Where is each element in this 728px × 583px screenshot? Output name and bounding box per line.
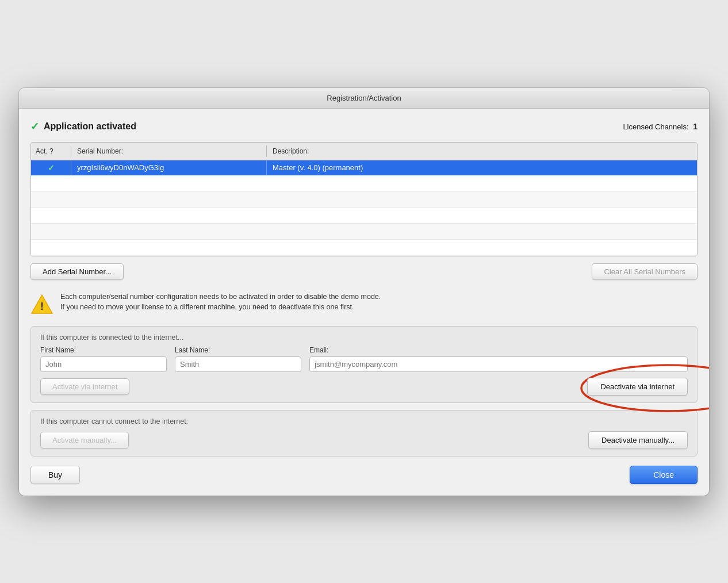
offline-actions: Activate manually... Deactivate manually… <box>40 431 688 449</box>
warning-box: ! Each computer/serial number configurat… <box>30 289 698 318</box>
window-title: Registration/Activation <box>327 94 401 102</box>
activated-check-icon: ✓ <box>30 120 39 133</box>
serial-buttons-row: Add Serial Number... Clear All Serial Nu… <box>30 263 698 280</box>
internet-form-actions: Activate via internet Deactivate via int… <box>40 378 688 396</box>
status-left: ✓ Application activated <box>30 120 136 133</box>
deactivate-wrapper: Deactivate via internet <box>587 378 688 396</box>
col-header-act: Act. ? <box>31 145 71 157</box>
last-name-input[interactable] <box>175 356 301 372</box>
first-name-input[interactable] <box>40 356 167 372</box>
clear-serial-button[interactable]: Clear All Serial Numbers <box>592 263 698 280</box>
licensed-channels-count: 1 <box>693 122 698 131</box>
deactivate-internet-button[interactable]: Deactivate via internet <box>587 378 688 396</box>
last-name-group: Last Name: <box>175 346 301 372</box>
table-row[interactable]: ✓ yrzgIsli6wyD0nWADyG3ig Master (v. 4.0)… <box>31 160 697 175</box>
close-button[interactable]: Close <box>630 466 698 484</box>
table-row-empty <box>31 208 697 224</box>
activate-manual-button[interactable]: Activate manually... <box>40 432 129 448</box>
row-act-cell: ✓ <box>31 160 71 175</box>
table-row-empty <box>31 191 697 208</box>
title-bar: Registration/Activation <box>19 88 709 109</box>
form-fields-row: First Name: Last Name: Email: <box>40 346 688 372</box>
email-input[interactable] <box>309 356 688 372</box>
licensed-channels-label: Licensed Channels: <box>623 122 688 131</box>
last-name-label: Last Name: <box>175 346 301 354</box>
row-check-icon: ✓ <box>48 163 55 172</box>
buy-button[interactable]: Buy <box>30 466 80 484</box>
first-name-label: First Name: <box>40 346 167 354</box>
deactivate-manual-button[interactable]: Deactivate manually... <box>588 431 688 449</box>
registration-window: Registration/Activation ✓ Application ac… <box>19 88 709 496</box>
internet-section: If this computer is connected to the int… <box>30 326 698 403</box>
offline-section-label: If this computer cannot connect to the i… <box>40 417 688 425</box>
first-name-group: First Name: <box>40 346 167 372</box>
serial-number-table: Act. ? Serial Number: Description: ✓ yrz… <box>30 142 698 256</box>
email-group: Email: <box>309 346 688 372</box>
row-serial-cell: yrzgIsli6wyD0nWADyG3ig <box>71 160 267 175</box>
activate-internet-button[interactable]: Activate via internet <box>40 378 129 395</box>
email-label: Email: <box>309 346 688 354</box>
warning-icon: ! <box>30 293 53 316</box>
table-row-empty <box>31 175 697 191</box>
row-description-cell: Master (v. 4.0) (permanent) <box>267 160 697 175</box>
table-header: Act. ? Serial Number: Description: <box>31 143 697 160</box>
warning-text: Each computer/serial number configuratio… <box>60 292 381 313</box>
svg-text:!: ! <box>40 301 44 312</box>
internet-section-label: If this computer is connected to the int… <box>40 333 688 342</box>
col-header-description: Description: <box>267 145 697 157</box>
offline-section: If this computer cannot connect to the i… <box>30 410 698 457</box>
licensed-channels-info: Licensed Channels: 1 <box>623 122 698 131</box>
col-header-serial: Serial Number: <box>71 145 267 157</box>
table-row-empty <box>31 240 697 256</box>
footer-row: Buy Close <box>30 466 698 484</box>
status-row: ✓ Application activated Licensed Channel… <box>30 118 698 135</box>
add-serial-button[interactable]: Add Serial Number... <box>30 263 124 280</box>
table-row-empty <box>31 224 697 240</box>
activation-status: Application activated <box>44 121 136 132</box>
